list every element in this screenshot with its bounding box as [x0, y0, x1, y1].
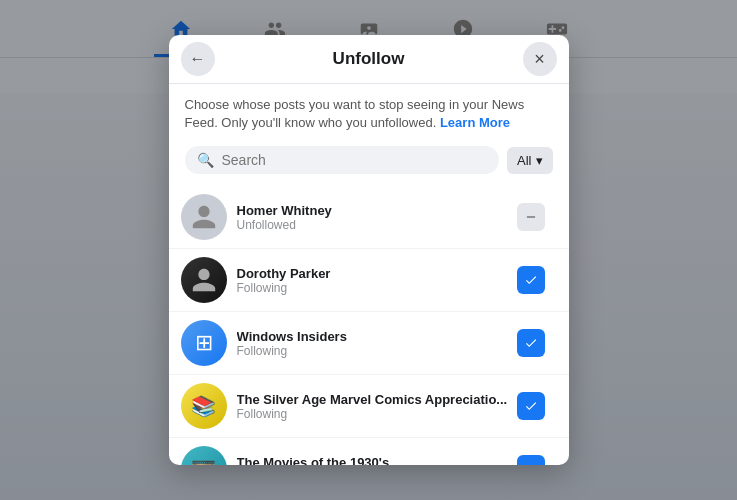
item-info: Homer Whitney Unfollowed [237, 203, 508, 232]
close-button[interactable]: × [523, 42, 557, 76]
item-info: The Silver Age Marvel Comics Appreciatio… [237, 392, 508, 421]
list-item[interactable]: ⊞ Windows Insiders Following [169, 312, 558, 375]
item-name: The Silver Age Marvel Comics Appreciatio… [237, 392, 508, 407]
list-item[interactable]: 📚 The Silver Age Marvel Comics Appreciat… [169, 375, 558, 438]
item-name: The Movies of the 1930's [237, 455, 508, 465]
item-action-button[interactable] [517, 455, 545, 465]
avatar: 🎞️ [181, 446, 227, 465]
item-status: Following [237, 407, 508, 421]
item-action-button[interactable] [517, 203, 545, 231]
search-input[interactable] [222, 152, 488, 168]
modal-title: Unfollow [333, 49, 405, 69]
search-icon: 🔍 [197, 152, 214, 168]
list-item[interactable]: Homer Whitney Unfollowed [169, 186, 558, 249]
item-status: Following [237, 281, 508, 295]
list-item[interactable]: 🎞️ The Movies of the 1930's Following [169, 438, 558, 465]
avatar: 📚 [181, 383, 227, 429]
avatar [181, 257, 227, 303]
list-item[interactable]: 🦸 Marvel Comics in the 1960s Following [557, 249, 568, 312]
search-row: 🔍 All ▾ [169, 140, 569, 182]
item-name: Homer Whitney [237, 203, 508, 218]
back-button[interactable]: ← [181, 42, 215, 76]
list-item[interactable]: 🌟 Judy Garland Following [557, 438, 568, 465]
list-item[interactable]: Dorothy Parker Following [169, 249, 558, 312]
item-status: Unfollowed [237, 218, 508, 232]
filter-button[interactable]: All ▾ [507, 147, 552, 174]
filter-label: All [517, 153, 531, 168]
list-item[interactable]: Groucho Whitney Unfollowed [557, 375, 568, 438]
modal-description: Choose whose posts you want to stop seei… [169, 84, 569, 140]
close-icon: × [534, 49, 545, 70]
search-input-wrap: 🔍 [185, 146, 500, 174]
chevron-down-icon: ▾ [536, 153, 543, 168]
item-name: Dorothy Parker [237, 266, 508, 281]
item-action-button[interactable] [517, 329, 545, 357]
modal-overlay: ← Unfollow × Choose whose posts you want… [0, 0, 737, 500]
item-name: Windows Insiders [237, 329, 508, 344]
avatar: ⊞ [181, 320, 227, 366]
list-item[interactable]: 🎬 The Criterion Channel Following [557, 186, 568, 249]
item-action-button[interactable] [517, 266, 545, 294]
unfollow-modal: ← Unfollow × Choose whose posts you want… [169, 35, 569, 465]
item-status: Following [237, 344, 508, 358]
items-grid: Homer Whitney Unfollowed 🎬 The Criterion… [169, 186, 569, 465]
back-icon: ← [190, 50, 206, 68]
learn-more-link[interactable]: Learn More [440, 115, 510, 130]
item-info: Windows Insiders Following [237, 329, 508, 358]
avatar [181, 194, 227, 240]
items-list: Homer Whitney Unfollowed 🎬 The Criterion… [169, 182, 569, 465]
modal-header: ← Unfollow × [169, 35, 569, 84]
item-info: The Movies of the 1930's Following [237, 455, 508, 465]
item-info: Dorothy Parker Following [237, 266, 508, 295]
item-action-button[interactable] [517, 392, 545, 420]
list-item[interactable]: 🗿 Absolute Comics & Statues Following [557, 312, 568, 375]
